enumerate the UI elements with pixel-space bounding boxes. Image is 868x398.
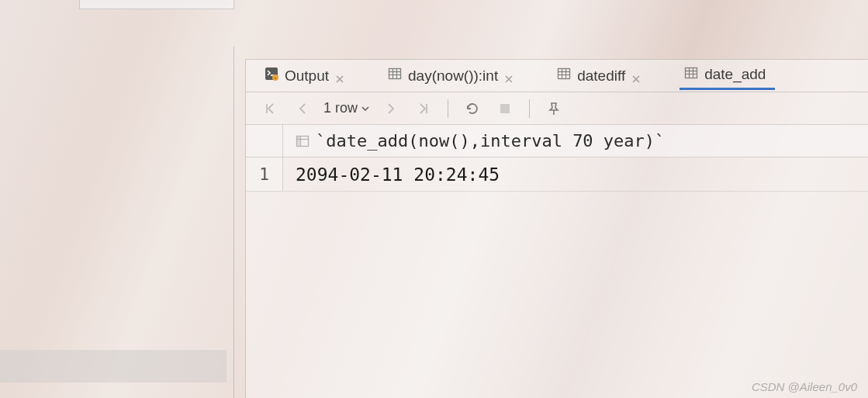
table-row[interactable]: 1 2094-02-11 20:24:45	[246, 157, 868, 192]
toolbar-separator	[529, 99, 530, 118]
tabs-row: Output day(now()):int	[246, 60, 868, 92]
sidebar-divider	[233, 47, 234, 398]
grid-header-row: `date_add(now(),interval 70 year)`	[246, 125, 868, 157]
toolbar-separator	[448, 99, 448, 118]
next-page-button[interactable]	[378, 95, 404, 122]
results-toolbar: 1 row	[246, 92, 868, 125]
tab-daynow[interactable]: day(now()):int	[383, 64, 524, 88]
console-icon	[265, 67, 278, 85]
sidebar-bottom-panel	[0, 350, 227, 382]
column-icon	[296, 134, 310, 148]
row-count-dropdown[interactable]: 1 row	[322, 100, 372, 116]
table-icon	[388, 67, 402, 85]
close-icon[interactable]	[335, 71, 346, 81]
results-panel: Output day(now()):int	[245, 59, 868, 398]
svg-rect-17	[500, 104, 510, 113]
reload-button[interactable]	[459, 95, 486, 122]
tab-datediff[interactable]: datediff	[552, 64, 652, 88]
tab-label: date_add	[704, 66, 766, 83]
close-icon[interactable]	[504, 71, 515, 81]
column-header[interactable]: `date_add(now(),interval 70 year)`	[283, 131, 665, 151]
row-number: 1	[246, 157, 283, 191]
svg-rect-22	[297, 136, 301, 146]
close-icon[interactable]	[631, 71, 642, 81]
rownum-header	[246, 125, 283, 157]
cell-value: 2094-02-11 20:24:45	[283, 164, 500, 185]
last-page-button[interactable]	[410, 95, 437, 122]
chevron-down-icon	[361, 104, 370, 113]
tab-label: day(now()):int	[408, 67, 498, 85]
table-icon	[684, 66, 698, 84]
svg-rect-12	[686, 67, 697, 78]
column-header-label: `date_add(now(),interval 70 year)`	[316, 131, 665, 151]
row-count-label: 1 row	[323, 100, 358, 116]
first-page-button[interactable]	[257, 95, 283, 122]
prev-page-button[interactable]	[289, 95, 316, 122]
tab-output[interactable]: Output	[260, 64, 355, 88]
tab-label: Output	[285, 67, 329, 85]
svg-rect-2	[389, 69, 401, 79]
stop-button[interactable]	[492, 95, 518, 122]
left-sidebar	[0, 0, 234, 398]
svg-rect-7	[558, 69, 570, 79]
table-icon	[557, 67, 571, 85]
tab-label: datediff	[577, 67, 625, 85]
watermark: CSDN @Aileen_0v0	[752, 380, 857, 393]
sidebar-top-strip	[79, 0, 234, 9]
tab-dateadd[interactable]: date_add	[680, 63, 775, 90]
pin-button[interactable]	[541, 95, 567, 122]
